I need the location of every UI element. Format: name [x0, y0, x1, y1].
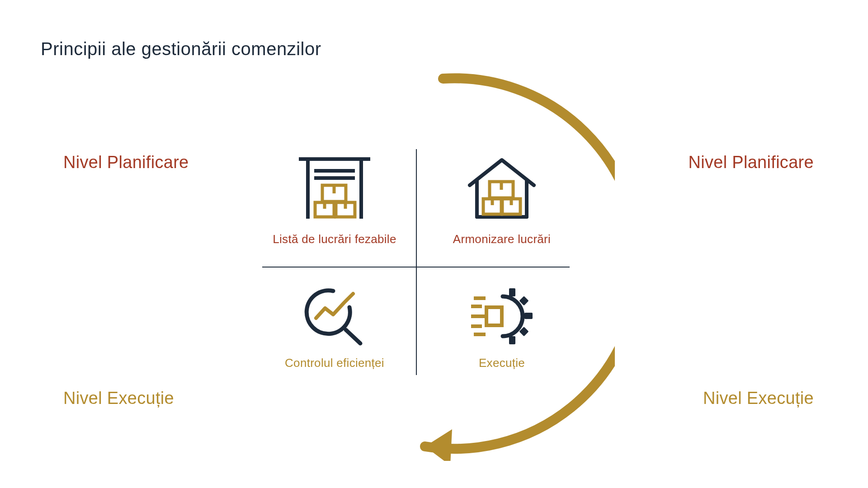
level-label-top-right: Nivel Planificare [688, 153, 814, 172]
svg-rect-22 [509, 288, 515, 296]
gear-process-icon [425, 285, 579, 348]
warehouse-house-icon [425, 149, 579, 221]
level-label-bottom-right: Nivel Execuție [703, 389, 814, 408]
quadrant-label: Armonizare lucrări [425, 232, 579, 246]
quadrant-label: Controlul eficienței [258, 356, 411, 370]
quadrant-efficiency-control: Controlul eficienței [258, 280, 411, 370]
svg-marker-0 [425, 429, 452, 461]
warehouse-dock-icon [258, 149, 411, 221]
quadrant-label: Listă de lucrări fezabile [258, 232, 411, 246]
grid-divider-vertical [416, 149, 417, 375]
quadrant-harmonize: Armonizare lucrări [425, 149, 579, 246]
svg-rect-23 [509, 336, 515, 344]
level-label-bottom-left: Nivel Execuție [63, 389, 174, 408]
quadrant-grid: Listă de lucrări fezabile [253, 140, 579, 384]
svg-line-21 [346, 330, 360, 343]
diagram-stage: Nivel Planificare Nivel Planificare Nive… [0, 63, 868, 461]
level-label-top-left: Nivel Planificare [63, 153, 189, 172]
quadrant-execution: Execuție [425, 280, 579, 370]
quadrant-label: Execuție [425, 356, 579, 370]
page-title: Principii ale gestionării comenzilor [41, 39, 321, 59]
svg-rect-24 [524, 313, 533, 319]
quadrant-feasible-list: Listă de lucrări fezabile [258, 149, 411, 246]
magnifier-chart-icon [258, 285, 411, 348]
